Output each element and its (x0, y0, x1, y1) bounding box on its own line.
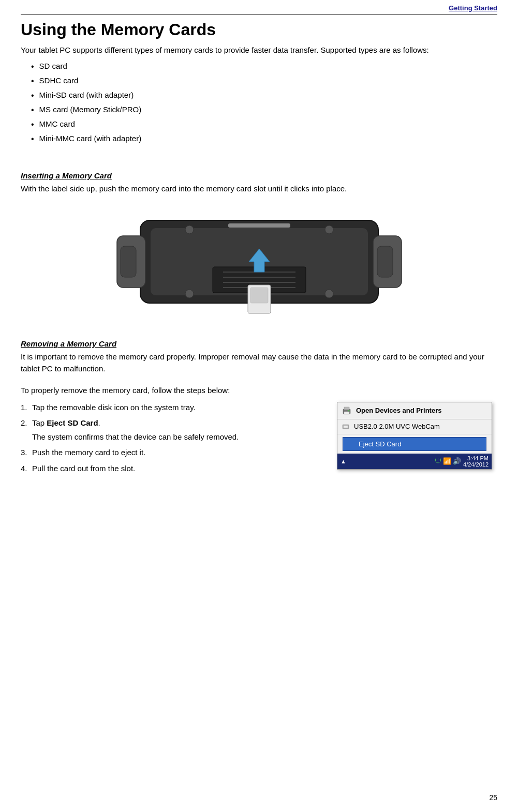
svg-rect-12 (250, 288, 268, 303)
clock-area: 3:44 PM 4/24/2012 (463, 455, 489, 468)
svg-rect-18 (228, 223, 290, 228)
taskbar: ▲ 🛡 📶 🔊 3:44 PM 4/24/2012 (337, 454, 492, 469)
clock-time: 3:44 PM (467, 455, 489, 461)
page-title: Using the Memory Cards (21, 20, 497, 39)
shield-icon: 🛡 (435, 457, 441, 465)
list-item: MMC card (31, 118, 497, 131)
step-1: 1. Tap the removable disk icon on the sy… (21, 402, 327, 414)
svg-rect-24 (344, 426, 348, 428)
step-2-sub-text: The system confirms that the device can … (32, 431, 327, 443)
header-title: Getting Started (449, 4, 497, 12)
eject-sd-button[interactable]: Eject SD Card (343, 437, 486, 451)
section2-text1: It is important to remove the memory car… (21, 351, 497, 374)
steps-left: 1. Tap the removable disk icon on the sy… (21, 402, 327, 479)
eject-label: Eject SD Card (359, 440, 401, 448)
bullet-list: SD card SDHC card Mini-SD card (with ada… (31, 61, 497, 145)
list-item: Mini-MMC card (with adapter) (31, 133, 497, 145)
list-item: Mini-SD card (with adapter) (31, 89, 497, 102)
page-wrapper: Getting Started Using the Memory Cards Y… (0, 0, 518, 812)
steps-section: 1. Tap the removable disk icon on the sy… (21, 402, 497, 479)
usb-label: USB2.0 2.0M UVC WebCam (354, 423, 440, 430)
section2-title: Removing a Memory Card (21, 339, 497, 348)
tray-arrow: ▲ (341, 458, 346, 464)
step-2: 2. Tap Eject SD Card. (21, 417, 327, 429)
step-3-text: Push the memory card to eject it. (32, 447, 327, 459)
svg-point-22 (348, 410, 350, 411)
tray-bar-right: 🛡 📶 🔊 3:44 PM 4/24/2012 (435, 455, 489, 468)
svg-rect-20 (344, 407, 349, 410)
tray-popup-header-text: Open Devices and Printers (356, 407, 441, 414)
step-2-text: Tap Eject SD Card. (32, 417, 327, 429)
tray-usb-item: USB2.0 2.0M UVC WebCam (337, 419, 492, 434)
clock-date: 4/24/2012 (463, 461, 489, 468)
header-row: Getting Started (21, 4, 497, 14)
svg-point-14 (185, 225, 194, 234)
network-icon: 📶 (443, 457, 451, 465)
list-item: MS card (Memory Stick/PRO) (31, 104, 497, 116)
intro-text: Your tablet PC supports different types … (21, 44, 497, 56)
section-removing: Removing a Memory Card It is important t… (21, 339, 497, 397)
section-inserting: Inserting a Memory Card With the label s… (21, 171, 497, 195)
svg-rect-5 (377, 246, 393, 277)
eject-item-wrapper: Eject SD Card (337, 434, 492, 454)
svg-point-17 (325, 290, 333, 298)
svg-point-16 (185, 290, 194, 298)
step-3: 3. Push the memory card to eject it. (21, 447, 327, 459)
section2-text2: To properly remove the memory card, foll… (21, 385, 497, 397)
volume-icon: 🔊 (453, 457, 461, 465)
svg-rect-21 (344, 412, 349, 414)
list-item: SDHC card (31, 75, 497, 87)
tablet-image-container (21, 205, 497, 319)
step-1-text: Tap the removable disk icon on the syste… (32, 402, 327, 414)
steps-list: 1. Tap the removable disk icon on the sy… (21, 402, 327, 475)
svg-point-15 (325, 225, 333, 234)
tablet-illustration (109, 205, 409, 319)
step-4: 4. Pull the card out from the slot. (21, 463, 327, 475)
tray-icons: 🛡 📶 🔊 (435, 457, 461, 465)
list-item: SD card (31, 61, 497, 73)
step-2-sub: The system confirms that the device can … (21, 431, 327, 443)
usb-icon (342, 423, 350, 431)
step-4-text: Pull the card out from the slot. (32, 463, 327, 475)
printer-icon (342, 405, 352, 416)
svg-rect-3 (121, 246, 136, 277)
tray-popup-header: Open Devices and Printers (337, 402, 492, 419)
page-number: 25 (489, 793, 497, 802)
section1-title: Inserting a Memory Card (21, 171, 497, 180)
section1-text: With the label side up, push the memory … (21, 183, 497, 195)
tray-popup-area: Open Devices and Printers USB2.0 2.0M UV… (337, 402, 497, 479)
tray-popup: Open Devices and Printers USB2.0 2.0M UV… (337, 402, 492, 470)
